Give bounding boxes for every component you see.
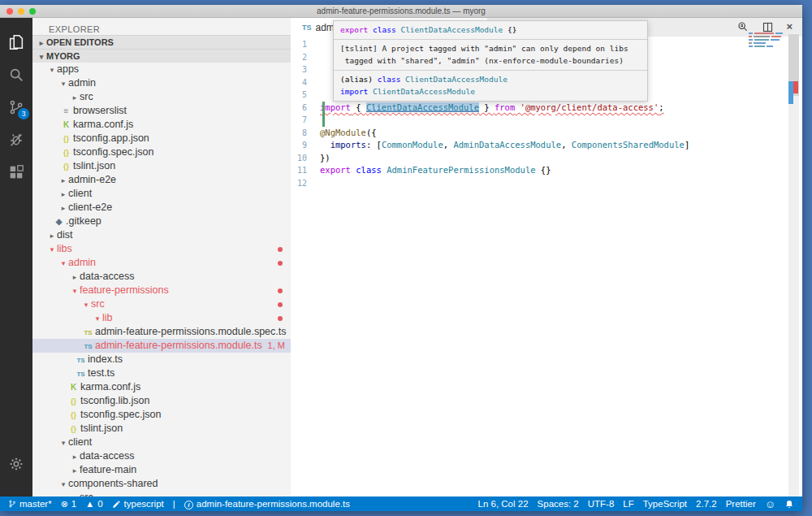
line-number: 2	[291, 51, 320, 64]
status-item-ln-6-col-22[interactable]: Ln 6, Col 22	[478, 499, 529, 509]
tree-item-karma.conf.js[interactable]: Kkarma.conf.js	[32, 118, 291, 132]
pencil-icon	[112, 500, 121, 509]
status-item-lf[interactable]: LF	[623, 499, 633, 509]
line-number: 7	[291, 114, 320, 127]
tree-item-label: tsconfig.lib.json	[80, 395, 149, 406]
open-changes-icon[interactable]	[736, 20, 749, 33]
status-item-typescript[interactable]: TypeScript	[643, 499, 687, 509]
search-icon[interactable]	[0, 59, 32, 91]
bell-icon	[784, 499, 794, 509]
tree-item-client-e2e[interactable]: ▸client-e2e	[32, 201, 291, 215]
tree-item-label: admin-feature-permissions.module.spec.ts	[95, 326, 287, 337]
line-number: 10	[291, 152, 320, 165]
close-editor-icon[interactable]: ×	[786, 20, 793, 33]
tree-item-tslint.json[interactable]: {}tslint.json	[32, 159, 291, 173]
settings-gear-icon[interactable]	[0, 448, 32, 480]
status-item-typescript[interactable]: typescript	[112, 499, 164, 509]
tree-item-client[interactable]: ▸client	[32, 187, 291, 201]
tree-item-.gitkeep[interactable]: ◈.gitkeep	[32, 215, 291, 228]
status-item-2-7-2[interactable]: 2.7.2	[696, 499, 717, 509]
tree-item-browserslist[interactable]: ≡browserslist	[32, 104, 291, 118]
status-item-0[interactable]: ▲0	[85, 499, 102, 509]
section-open-editors[interactable]: ▸OPEN EDITORS	[32, 35, 291, 49]
close-window-button[interactable]	[6, 8, 13, 15]
chevron-right-icon: ▸	[58, 202, 68, 215]
code-line-12[interactable]: 12	[291, 177, 786, 190]
tree-item-label: client-e2e	[68, 202, 112, 213]
tree-item-client[interactable]: ▾client	[32, 436, 291, 449]
chevron-right-icon: ▸	[37, 37, 46, 50]
tree-item-feature-permissions[interactable]: ▾feature-permissions	[32, 284, 291, 297]
tree-item-tsconfig.app.json[interactable]: {}tsconfig.app.json	[32, 132, 291, 145]
tree-item-admin[interactable]: ▾admin	[32, 76, 291, 90]
tree-item-src[interactable]: ▾src	[32, 297, 291, 311]
tree-item-admin-feature-permissions.module.ts[interactable]: TSadmin-feature-permissions.module.ts1, …	[32, 339, 291, 353]
code-line-7[interactable]: 7	[291, 114, 786, 127]
code-line-8[interactable]: 8@NgModule({	[291, 127, 786, 140]
status-item[interactable]: ☺	[765, 498, 775, 510]
status-item[interactable]	[784, 499, 794, 509]
status-item-prettier[interactable]: Prettier	[726, 499, 756, 509]
explorer-icon[interactable]	[0, 26, 32, 59]
section-myorg[interactable]: ▾MYORG	[32, 49, 291, 63]
tree-item-tslint.json[interactable]: {}tslint.json	[32, 422, 291, 436]
tree-item-tsconfig.lib.json[interactable]: {}tsconfig.lib.json	[32, 394, 291, 408]
source-control-icon[interactable]: 3	[0, 91, 32, 124]
status-item-admin-feature-permissions-module-ts[interactable]: iadmin-feature-permissions.module.ts	[184, 499, 350, 509]
tree-item-tsconfig.spec.json[interactable]: {}tsconfig.spec.json	[32, 408, 291, 422]
tree-item-src[interactable]: ▸src	[32, 90, 291, 104]
code-line-6[interactable]: 6import { ClientDataAccessModule } from …	[291, 102, 786, 115]
tree-item-label: feature-permissions	[80, 284, 169, 296]
code-line-9[interactable]: 9 imports: [CommonModule, AdminDataAcces…	[291, 139, 786, 152]
tooltip-alias: (alias) class ClientDataAccessModuleimpo…	[334, 71, 647, 101]
tree-item-libs[interactable]: ▾libs	[32, 242, 291, 256]
code-area[interactable]: 123456import { ClientDataAccessModule } …	[291, 37, 786, 496]
tree-item-data-access[interactable]: ▸data-access	[32, 270, 291, 284]
tree-item-test.ts[interactable]: TStest.ts	[32, 366, 291, 380]
line-number: 11	[291, 164, 320, 177]
json-file-icon: {}	[59, 146, 73, 160]
status-item-1[interactable]: ⊗1	[61, 499, 77, 509]
json-file-icon: {}	[67, 423, 80, 436]
tree-item-data-access[interactable]: ▸data-access	[32, 449, 291, 463]
minimap[interactable]	[749, 33, 786, 49]
tree-item-lib[interactable]: ▾lib	[32, 311, 291, 325]
overview-ruler[interactable]	[788, 33, 799, 496]
debug-icon[interactable]	[0, 124, 32, 156]
tree-item-apps[interactable]: ▾apps	[32, 63, 291, 76]
error-dot-badge	[278, 302, 283, 307]
tree-item-karma.conf.js[interactable]: Kkarma.conf.js	[32, 380, 291, 394]
status-item-utf-8[interactable]: UTF-8	[588, 499, 615, 509]
line-number: 8	[291, 127, 320, 140]
tree-item-feature-main[interactable]: ▸feature-main	[32, 463, 291, 477]
tree-item-admin-feature-permissions.module.spec.ts[interactable]: TSadmin-feature-permissions.module.spec.…	[32, 325, 291, 339]
tree-item-tsconfig.spec.json[interactable]: {}tsconfig.spec.json	[32, 145, 291, 159]
tree-item-label: client	[68, 436, 92, 448]
status-item-spaces-2[interactable]: Spaces: 2	[538, 499, 579, 509]
line-number: 3	[291, 63, 320, 76]
split-editor-icon[interactable]	[762, 21, 774, 33]
zoom-window-button[interactable]	[29, 8, 36, 15]
tree-item-src[interactable]: ▸src	[32, 491, 291, 496]
tree-item-dist[interactable]: ▸dist	[32, 228, 291, 242]
error-dot-badge	[278, 288, 283, 293]
tree-item-index.ts[interactable]: TSindex.ts	[32, 353, 291, 366]
extensions-icon[interactable]	[0, 156, 32, 189]
minimize-window-button[interactable]	[18, 8, 24, 15]
status-item--[interactable]: |	[173, 499, 175, 509]
tree-item-admin[interactable]: ▾admin	[32, 256, 291, 270]
warning-icon: ▲	[85, 499, 94, 509]
tree-item-label: karma.conf.js	[73, 119, 133, 130]
tree-item-label: client	[68, 188, 92, 199]
status-bar: master*⊗1▲0typescript|iadmin-feature-per…	[0, 496, 802, 511]
status-item-master-[interactable]: master*	[8, 499, 52, 509]
error-mark	[793, 81, 798, 93]
tree-item-label: apps	[57, 63, 79, 75]
code-line-11[interactable]: 11export class AdminFeaturePermissionsMo…	[291, 164, 786, 177]
code-line-10[interactable]: 10})	[291, 152, 786, 165]
tree-item-admin-e2e[interactable]: ▸admin-e2e	[32, 173, 291, 187]
json-file-icon: {}	[59, 132, 73, 146]
tree-item-label: tslint.json	[80, 423, 123, 434]
tooltip-lint-message: [tslint] A project tagged with "admin" c…	[334, 40, 647, 71]
tree-item-components-shared[interactable]: ▾components-shared	[32, 477, 291, 491]
